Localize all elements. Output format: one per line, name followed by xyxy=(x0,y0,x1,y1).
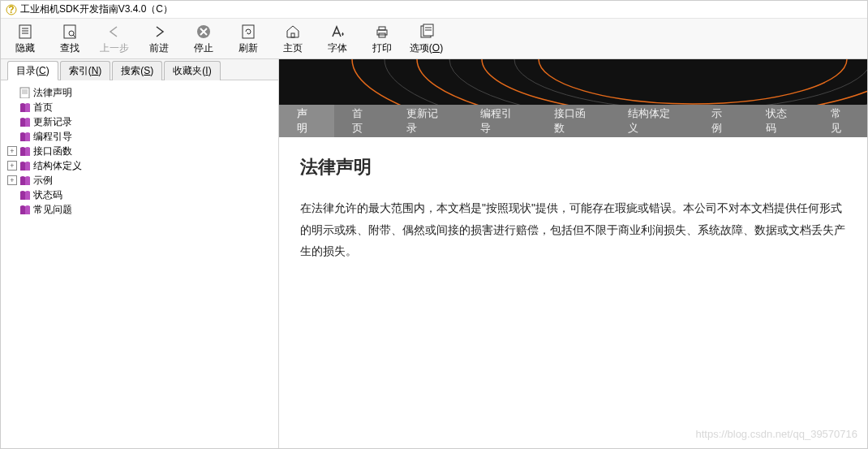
content-paragraph: 在法律允许的最大范围内，本文档是"按照现状"提供，可能存在瑕疵或错误。本公司不对… xyxy=(300,197,846,262)
book-icon xyxy=(19,204,32,215)
refresh-icon xyxy=(240,24,256,40)
content-nav-item[interactable]: 接口函数 xyxy=(536,105,610,137)
toolbar-font-button[interactable]: 字体 xyxy=(315,20,359,59)
window-title: 工业相机SDK开发指南V3.4.0（C） xyxy=(20,2,173,16)
tree-item-label: 示例 xyxy=(33,174,53,188)
content-nav-item[interactable]: 状态码 xyxy=(748,105,812,137)
tree-item[interactable]: 法律声明 xyxy=(7,85,272,100)
content-nav-item[interactable]: 更新记录 xyxy=(389,105,462,137)
book-icon xyxy=(19,160,32,171)
content-nav-item[interactable]: 常见 xyxy=(813,105,868,137)
nav-tab-s[interactable]: 搜索(S) xyxy=(112,61,162,80)
expand-icon[interactable]: + xyxy=(7,146,17,156)
toolbar-hide-button[interactable]: 隐藏 xyxy=(2,20,47,59)
expand-spacer xyxy=(7,132,17,141)
nav-tab-i[interactable]: 收藏夹(I) xyxy=(164,61,220,80)
toolbar-font-label: 字体 xyxy=(328,41,347,55)
tree-item-label: 结构体定义 xyxy=(33,159,82,173)
content-nav-item[interactable]: 示例 xyxy=(694,105,749,137)
toolbar-forward-label: 前进 xyxy=(149,41,169,55)
stop-icon xyxy=(196,24,212,40)
hide-icon xyxy=(17,24,33,40)
home-icon xyxy=(285,24,301,40)
tree-item[interactable]: 首页 xyxy=(7,100,272,114)
toolbar-stop-button[interactable]: 停止 xyxy=(181,20,226,59)
tree-item[interactable]: +接口函数 xyxy=(7,144,272,158)
svg-point-7 xyxy=(449,59,867,105)
nav-tab-label: 索引(N) xyxy=(69,64,102,78)
toolbar-print-label: 打印 xyxy=(372,41,392,55)
toolbar-find-label: 查找 xyxy=(60,41,79,55)
toolbar-print-button[interactable]: 打印 xyxy=(359,20,404,59)
tree-item-label: 首页 xyxy=(33,101,53,114)
toolbar-options-label: 选项(O) xyxy=(410,41,443,55)
banner xyxy=(279,59,867,105)
window-titlebar: ? 工业相机SDK开发指南V3.4.0（C） xyxy=(1,1,867,19)
tree-item[interactable]: 常见问题 xyxy=(7,202,272,217)
book-icon xyxy=(19,131,32,142)
content-nav-item[interactable]: 结构体定义 xyxy=(610,105,694,137)
svg-point-3 xyxy=(417,59,867,105)
content-nav: 声明首页更新记录编程引导接口函数结构体定义示例状态码常见 xyxy=(279,105,867,137)
svg-point-5 xyxy=(539,59,847,104)
tree-item-label: 接口函数 xyxy=(33,145,72,158)
options-icon xyxy=(419,24,435,40)
tree-item[interactable]: 更新记录 xyxy=(7,114,272,129)
expand-icon[interactable]: + xyxy=(7,161,17,171)
nav-tab-label: 目录(C) xyxy=(16,64,49,78)
nav-tab-n[interactable]: 索引(N) xyxy=(60,61,111,80)
book-icon xyxy=(19,116,32,127)
app-icon: ? xyxy=(6,4,17,15)
nav-tab-label: 搜索(S) xyxy=(121,64,153,78)
tree-item-label: 更新记录 xyxy=(33,115,72,129)
svg-point-4 xyxy=(482,59,867,105)
nav-tab-label: 收藏夹(I) xyxy=(173,64,211,78)
expand-spacer xyxy=(7,117,17,127)
tree-item[interactable]: +示例 xyxy=(7,173,272,188)
expand-spacer xyxy=(7,190,17,200)
content-pane: 声明首页更新记录编程引导接口函数结构体定义示例状态码常见 法律声明 在法律允许的… xyxy=(279,59,867,448)
tree-item[interactable]: 状态码 xyxy=(7,188,272,202)
expand-icon[interactable]: + xyxy=(7,175,17,185)
tree-item-label: 常见问题 xyxy=(33,203,72,217)
content-nav-item[interactable]: 编程引导 xyxy=(462,105,536,137)
print-icon xyxy=(374,24,390,40)
back-icon xyxy=(106,24,122,40)
book-icon xyxy=(19,145,32,157)
svg-point-8 xyxy=(514,59,867,105)
content-nav-item[interactable]: 首页 xyxy=(334,105,389,137)
font-icon xyxy=(329,24,346,40)
toc-tree: 法律声明首页更新记录编程引导+接口函数+结构体定义+示例状态码常见问题 xyxy=(1,80,278,448)
svg-text:?: ? xyxy=(8,4,14,15)
toolbar-find-button[interactable]: 查找 xyxy=(47,20,92,59)
svg-point-2 xyxy=(352,59,867,105)
toolbar-stop-label: 停止 xyxy=(194,41,213,55)
nav-panel: 目录(C)索引(N)搜索(S)收藏夹(I) 法律声明首页更新记录编程引导+接口函… xyxy=(1,59,279,448)
book-icon xyxy=(19,189,32,201)
tree-item-label: 编程引导 xyxy=(33,130,72,144)
tree-item-label: 状态码 xyxy=(33,188,62,202)
page-icon xyxy=(19,87,32,98)
expand-spacer xyxy=(7,88,17,97)
toolbar-forward-button[interactable]: 前进 xyxy=(136,20,181,59)
svg-point-6 xyxy=(385,59,867,105)
toolbar-back-button: 上一步 xyxy=(92,20,136,59)
find-icon xyxy=(62,24,78,40)
content-body: 法律声明 在法律允许的最大范围内，本文档是"按照现状"提供，可能存在瑕疵或错误。… xyxy=(279,137,867,448)
book-icon xyxy=(19,101,32,113)
toolbar-options-button[interactable]: 选项(O) xyxy=(404,20,449,59)
tree-item[interactable]: 编程引导 xyxy=(7,129,272,144)
nav-tabs: 目录(C)索引(N)搜索(S)收藏夹(I) xyxy=(1,59,278,80)
tree-item[interactable]: +结构体定义 xyxy=(7,158,272,173)
nav-tab-c[interactable]: 目录(C) xyxy=(7,61,58,80)
toolbar-refresh-button[interactable]: 刷新 xyxy=(226,20,270,59)
toolbar-home-button[interactable]: 主页 xyxy=(270,20,315,59)
toolbar-hide-label: 隐藏 xyxy=(15,41,35,55)
forward-icon xyxy=(151,24,167,40)
toolbar-home-label: 主页 xyxy=(283,41,303,55)
content-heading: 法律声明 xyxy=(300,155,846,179)
book-icon xyxy=(19,175,32,186)
expand-spacer xyxy=(7,102,17,112)
toolbar-back-label: 上一步 xyxy=(100,41,129,55)
content-nav-item[interactable]: 声明 xyxy=(279,105,334,137)
